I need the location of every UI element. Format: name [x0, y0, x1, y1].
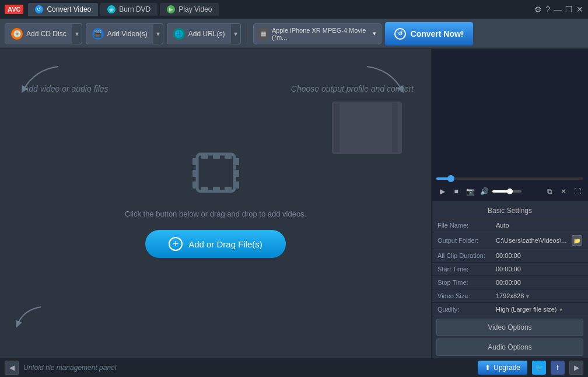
- svg-rect-3: [192, 181, 197, 188]
- clip-duration-label: All Clip Duration:: [438, 252, 496, 259]
- add-url-icon: 🌐: [173, 28, 185, 40]
- volume-button[interactable]: 🔊: [478, 186, 490, 197]
- tab-convert[interactable]: ↺ Convert Video: [28, 3, 98, 16]
- arrow-hint-bottom: [12, 304, 47, 329]
- minimize-icon[interactable]: —: [554, 5, 562, 14]
- stop-button[interactable]: ■: [450, 186, 462, 197]
- add-url-button[interactable]: 🌐 Add URL(s): [167, 23, 231, 44]
- burn-tab-label: Burn DVD: [119, 5, 150, 13]
- panel-toggle-button[interactable]: ◀: [5, 361, 19, 375]
- progress-dot: [447, 175, 454, 182]
- svg-rect-7: [201, 154, 208, 159]
- upgrade-icon: ⬆: [485, 364, 491, 372]
- toolbar: 💿 Add CD Disc ▾ 🎬 Add Video(s) ▾ 🌐 Add U…: [0, 19, 588, 49]
- main-content: Add video or audio files Choose output p…: [0, 49, 588, 358]
- svg-rect-0: [197, 154, 235, 191]
- profile-selector[interactable]: ▦ Apple iPhone XR MPEG-4 Movie (*m... ▾: [253, 23, 382, 44]
- add-cd-button[interactable]: 💿 Add CD Disc: [5, 23, 72, 44]
- profile-icon: ▦: [258, 28, 268, 40]
- convert-now-label: Convert Now!: [411, 29, 464, 39]
- add-video-dropdown[interactable]: ▾: [153, 23, 163, 44]
- help-icon[interactable]: ?: [545, 5, 550, 14]
- start-time-label: Start Time:: [438, 266, 496, 273]
- toolbar-separator: [247, 23, 247, 44]
- output-folder-value-group: C:\Users\cathe\Videos\... 📁: [496, 235, 582, 246]
- tab-play[interactable]: ▶ Play Video: [160, 3, 219, 16]
- add-cd-icon: 💿: [11, 28, 23, 40]
- twitter-button[interactable]: 🐦: [532, 361, 546, 375]
- output-folder-label: Output Folder:: [438, 237, 496, 244]
- screenshot-button[interactable]: 📷: [464, 186, 476, 197]
- progress-bar[interactable]: [436, 177, 583, 180]
- upgrade-button[interactable]: ⬆ Upgrade: [478, 361, 527, 375]
- upgrade-label: Upgrade: [494, 364, 520, 372]
- add-url-label: Add URL(s): [188, 30, 225, 38]
- drop-hint: Click the button below or drag and drop …: [125, 210, 306, 218]
- settings-panel: Basic Settings File Name: Auto Output Fo…: [432, 201, 588, 358]
- filename-label: File Name:: [438, 222, 496, 229]
- add-url-dropdown[interactable]: ▾: [231, 23, 241, 44]
- volume-dot: [507, 188, 513, 194]
- add-files-label: Add or Drag File(s): [188, 239, 262, 249]
- convert-now-button[interactable]: ↺ Convert Now!: [385, 22, 473, 46]
- browse-folder-button[interactable]: 📁: [572, 235, 582, 246]
- close-icon[interactable]: ✕: [576, 5, 583, 14]
- window-controls: ⚙ ? — ❐ ✕: [534, 5, 583, 14]
- stop-time-label: Stop Time:: [438, 279, 496, 286]
- plus-circle-icon: +: [169, 237, 183, 251]
- setting-start-time: Start Time: 00:00:00: [432, 263, 588, 276]
- quality-dropdown[interactable]: High (Larger file size) ▾: [496, 306, 562, 313]
- copy-button[interactable]: ⧉: [544, 186, 555, 197]
- add-cd-group: 💿 Add CD Disc ▾: [5, 23, 82, 44]
- setting-video-size: Video Size: 1792x828 ▾: [432, 289, 588, 303]
- maximize-icon[interactable]: ❐: [565, 5, 573, 14]
- video-size-value: 1792x828: [496, 292, 524, 299]
- add-video-group: 🎬 Add Video(s) ▾: [86, 23, 163, 44]
- hint-add-files: Add video or audio files: [23, 84, 108, 93]
- video-options-button[interactable]: Video Options: [436, 319, 583, 336]
- output-folder-value: C:\Users\cathe\Videos\...: [496, 237, 569, 244]
- audio-options-button[interactable]: Audio Options: [436, 338, 583, 356]
- facebook-button[interactable]: f: [551, 361, 565, 375]
- left-panel: Add video or audio files Choose output p…: [0, 49, 432, 358]
- setting-output-folder: Output Folder: C:\Users\cathe\Videos\...…: [432, 232, 588, 249]
- volume-slider[interactable]: [492, 190, 522, 193]
- expand-right-button[interactable]: ▶: [569, 361, 583, 375]
- svg-rect-1: [192, 158, 197, 165]
- preview-area: ▶ ■ 📷 🔊 ⧉ ✕ ⛶: [432, 49, 588, 201]
- right-panel: ▶ ■ 📷 🔊 ⧉ ✕ ⛶ Basic Settings File Name: …: [432, 49, 588, 358]
- close-preview-button[interactable]: ✕: [558, 186, 569, 197]
- svg-rect-8: [213, 154, 220, 159]
- svg-rect-2: [192, 170, 197, 177]
- bottom-bar: ◀ Unfold file management panel ⬆ Upgrade…: [0, 358, 588, 377]
- stop-time-value: 00:00:00: [496, 279, 582, 286]
- settings-icon[interactable]: ⚙: [534, 5, 542, 14]
- play-button[interactable]: ▶: [436, 186, 448, 197]
- setting-quality: Quality: High (Larger file size) ▾: [432, 303, 588, 316]
- svg-rect-6: [235, 181, 239, 188]
- start-time-value: 00:00:00: [496, 266, 582, 273]
- add-files-button[interactable]: + Add or Drag File(s): [145, 230, 286, 258]
- tab-burn[interactable]: ◉ Burn DVD: [100, 3, 158, 16]
- video-size-arrow: ▾: [526, 293, 529, 299]
- add-cd-dropdown[interactable]: ▾: [72, 23, 82, 44]
- svg-rect-9: [225, 154, 232, 159]
- video-size-dropdown[interactable]: 1792x828 ▾: [496, 292, 529, 299]
- profile-dropdown-arrow: ▾: [373, 30, 376, 37]
- settings-title: Basic Settings: [432, 203, 588, 219]
- convert-tab-icon: ↺: [35, 5, 43, 13]
- quality-arrow: ▾: [559, 306, 562, 313]
- app-logo: AVC: [5, 5, 23, 14]
- setting-stop-time: Stop Time: 00:00:00: [432, 276, 588, 289]
- setting-filename: File Name: Auto: [432, 219, 588, 232]
- burn-tab-icon: ◉: [107, 5, 116, 13]
- add-video-label: Add Video(s): [107, 30, 148, 38]
- video-size-label: Video Size:: [438, 292, 496, 299]
- svg-rect-5: [235, 170, 239, 177]
- title-bar: AVC ↺ Convert Video ◉ Burn DVD ▶ Play Vi…: [0, 0, 588, 19]
- add-video-button[interactable]: 🎬 Add Video(s): [86, 23, 153, 44]
- svg-rect-12: [225, 187, 232, 191]
- fullscreen-button[interactable]: ⛶: [572, 186, 583, 197]
- convert-tab-label: Convert Video: [47, 5, 91, 13]
- playback-controls: ▶ ■ 📷 🔊 ⧉ ✕ ⛶: [436, 186, 583, 197]
